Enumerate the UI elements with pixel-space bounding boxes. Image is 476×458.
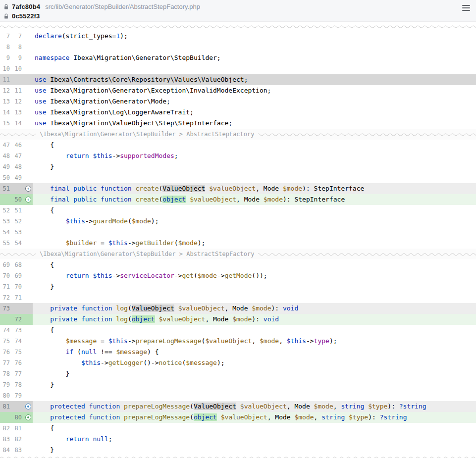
code-text[interactable]: $builder = $this->getBuilder($mode); [33, 238, 476, 249]
code-text[interactable]: { [33, 423, 476, 434]
code-token: $this [108, 337, 128, 345]
code-token [217, 413, 221, 421]
code-text[interactable]: return $this->supportedModes; [33, 151, 476, 161]
code-token: -> [101, 359, 108, 366]
code-text[interactable]: { [33, 140, 476, 151]
code-token: $this [108, 239, 128, 247]
code-text[interactable]: final public function create(ValueObject… [33, 183, 476, 194]
code-text[interactable]: private function log(object $valueObject… [33, 314, 476, 325]
diff-line: 77declare(strict_types=1); [0, 31, 476, 42]
code-text[interactable]: declare(strict_types=1); [33, 31, 476, 42]
code-token: private [50, 305, 77, 312]
code-text[interactable] [33, 292, 476, 303]
line-number-new: 9 [12, 52, 24, 63]
line-number-new: 83 [12, 445, 24, 456]
code-text[interactable]: } [33, 281, 476, 292]
code-token: final [50, 185, 69, 192]
gutter [24, 401, 33, 412]
code-token: $mode [314, 403, 333, 410]
code-text[interactable]: $message = $this->prepareLogMessage($val… [33, 336, 476, 347]
hamburger-menu-icon[interactable] [462, 5, 470, 12]
line-number-new: 68 [12, 259, 24, 270]
code-text[interactable] [33, 227, 476, 238]
collapsed-region-top[interactable] [0, 22, 476, 31]
collapsed-region-bottom[interactable] [0, 456, 476, 458]
gutter [24, 336, 33, 347]
code-token: $this [81, 359, 101, 366]
line-number-new: 53 [12, 227, 24, 238]
code-text[interactable]: { [33, 205, 476, 216]
code-token: , Mode [225, 305, 252, 312]
code-text[interactable]: { [33, 259, 476, 270]
diff-line: 1413use Ibexa\Migration\Log\LoggerAwareT… [0, 107, 476, 118]
line-number-old: 76 [0, 347, 12, 357]
code-token: -> [217, 272, 225, 279]
code-token: ( [194, 272, 198, 279]
code-token: ( [190, 403, 194, 410]
code-text[interactable]: protected function prepareLogMessage(Val… [33, 401, 476, 412]
code-text[interactable]: use Ibexa\Migration\ValueObject\Step\Ste… [33, 118, 476, 129]
code-text[interactable] [33, 63, 476, 74]
line-number-old: 8 [0, 42, 12, 52]
line-number-new: 46 [12, 140, 24, 151]
overriding-method-new-icon[interactable] [25, 197, 31, 203]
code-token: private [50, 315, 77, 323]
line-number-new: 52 [12, 216, 24, 227]
diff-line: 72 private function log(object $valueObj… [0, 314, 476, 325]
line-number-new: 11 [12, 85, 24, 96]
code-text[interactable]: $this->guardMode($mode); [33, 216, 476, 227]
code-text[interactable]: use Ibexa\Contracts\Core\Repository\Valu… [33, 74, 476, 85]
code-text[interactable]: return null; [33, 434, 476, 445]
code-text[interactable]: if (null !== $message) { [33, 347, 476, 357]
code-text[interactable]: use Ibexa\Migration\Log\LoggerAwareTrait… [33, 107, 476, 118]
code-text[interactable] [33, 42, 476, 52]
line-number-old: 48 [0, 151, 12, 161]
code-text[interactable]: { [33, 325, 476, 336]
gutter [24, 347, 33, 357]
code-text[interactable]: final public function create(object $val… [33, 194, 476, 205]
overridden-method-old-icon[interactable] [25, 404, 31, 409]
line-number-old: 12 [0, 85, 12, 96]
code-token: null [93, 435, 108, 443]
code-text[interactable]: } [33, 368, 476, 379]
line-number-new: 14 [12, 118, 24, 129]
line-number-old: 49 [0, 161, 12, 172]
code-token: use [35, 87, 46, 94]
code-token: , Mode [256, 185, 283, 192]
code-token: function [89, 403, 120, 410]
code-text[interactable]: use Ibexa\Migration\Generator\Exception\… [33, 85, 476, 96]
code-text[interactable]: } [33, 379, 476, 390]
code-token: } [35, 283, 54, 290]
code-text[interactable]: protected function prepareLogMessage(obj… [33, 412, 476, 423]
line-number-old: 9 [0, 52, 12, 63]
line-number-old: 72 [0, 292, 12, 303]
fold-separator[interactable]: \Ibexa\Migration\Generator\StepBuilder >… [0, 249, 476, 259]
overridden-method-new-icon[interactable] [25, 414, 31, 420]
code-token: return [66, 272, 89, 279]
line-number-new: 72 [12, 314, 24, 325]
code-text[interactable]: private function log(ValueObject $valueO… [33, 303, 476, 314]
code-text[interactable]: namespace Ibexa\Migration\Generator\Step… [33, 52, 476, 63]
code-text[interactable]: $this->getLogger()->notice($message); [33, 357, 476, 368]
code-text[interactable]: } [33, 445, 476, 456]
code-text[interactable] [33, 390, 476, 401]
line-number-new: 8 [12, 42, 24, 52]
code-token: = [97, 337, 108, 345]
fold-separator[interactable]: \Ibexa\Migration\Generator\StepBuilder >… [0, 129, 476, 140]
gutter [24, 140, 33, 151]
code-token: ( [174, 239, 178, 247]
code-token: Ibexa\Migration\Log\LoggerAwareTrait; [46, 108, 193, 116]
code-token: Ibexa\Migration\Generator\Mode; [46, 98, 170, 105]
diff-header: 7afc80b4 src/lib/Generator/StepBuilder/A… [0, 0, 476, 22]
code-text[interactable] [33, 172, 476, 183]
code-token: ValueObject [194, 403, 236, 410]
code-text[interactable]: use Ibexa\Migration\Generator\Mode; [33, 96, 476, 107]
code-text[interactable]: } [33, 161, 476, 172]
gutter [24, 303, 33, 314]
code-text[interactable]: return $this->serviceLocator->get($mode-… [33, 270, 476, 281]
gutter [24, 368, 33, 379]
code-token: $this [66, 217, 85, 225]
overriding-method-old-icon[interactable] [25, 186, 31, 192]
line-number-new: 12 [12, 96, 24, 107]
code-token: prepareLogMessage [124, 413, 190, 421]
